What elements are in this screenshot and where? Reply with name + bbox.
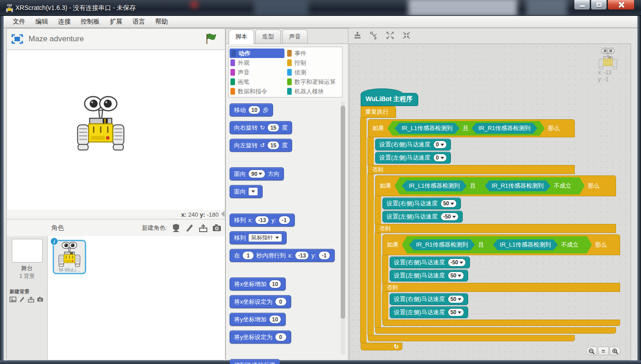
close-button[interactable] bbox=[607, 0, 635, 10]
hat-block-main-program[interactable]: WuLiBot 主程序 bbox=[361, 93, 418, 106]
sensor-ir-l1[interactable]: IR_L1传感器检测到 bbox=[395, 123, 460, 134]
speed-dropdown[interactable]: -50 bbox=[440, 213, 459, 221]
block-set-y[interactable]: 将y坐标设定为0 bbox=[230, 330, 291, 344]
category-looks[interactable]: 外观 bbox=[229, 58, 285, 68]
category-sensing[interactable]: 侦测 bbox=[285, 68, 342, 77]
tab-sounds[interactable]: 声音 bbox=[282, 29, 308, 44]
sensor-ir-r1[interactable]: IR_R1传感器检测到 bbox=[485, 180, 551, 191]
category-robot[interactable]: 机器人模块 bbox=[285, 87, 342, 96]
set-left-motor-block[interactable]: 设置(左侧)马达速度-50 bbox=[382, 211, 463, 223]
palette-scrollbar-thumb[interactable] bbox=[341, 106, 345, 319]
speed-dropdown[interactable]: 0 bbox=[433, 154, 447, 162]
block-point-towards[interactable]: 面向 bbox=[230, 185, 263, 198]
block-goto-xy[interactable]: 移到x:-13y:-1 bbox=[230, 214, 295, 227]
stage-thumbnail[interactable] bbox=[12, 239, 43, 262]
category-events[interactable]: 事件 bbox=[285, 49, 342, 58]
upload-backdrop-icon[interactable] bbox=[28, 296, 34, 303]
block-turn-left[interactable]: 向左旋转↺15度 bbox=[230, 139, 292, 152]
green-flag-button[interactable] bbox=[205, 34, 217, 44]
menu-help[interactable]: 帮助 bbox=[151, 16, 172, 27]
upload-sprite-icon[interactable] bbox=[199, 223, 208, 233]
category-sound[interactable]: 声音 bbox=[229, 68, 285, 77]
block-bounce-on-edge[interactable]: 碰到边缘就反弹 bbox=[230, 359, 280, 364]
if-else-block-3[interactable]: 如果 IR_R1传感器检测到 且 IR_L1传感器检测到 不成立 bbox=[382, 234, 620, 326]
menu-board[interactable]: 控制板 bbox=[76, 16, 104, 27]
speed-dropdown[interactable]: 50 bbox=[440, 199, 457, 208]
block-turn-right[interactable]: 向右旋转↻15度 bbox=[230, 121, 292, 134]
sensor-ir-r1[interactable]: IR_R1传感器检测到 bbox=[409, 239, 475, 250]
not-operator[interactable]: IR_R1传感器检测到 不成立 bbox=[479, 179, 577, 193]
set-right-motor-block[interactable]: 设置(右侧)马达速度50 bbox=[382, 198, 461, 209]
zoom-in-button[interactable] bbox=[610, 347, 621, 355]
set-left-motor-block[interactable]: 设置(左侧)马达速度50 bbox=[390, 270, 468, 281]
zoom-out-button[interactable] bbox=[586, 347, 597, 355]
set-left-motor-block[interactable]: 设置(左侧)马达速度0 bbox=[375, 152, 451, 164]
minimize-button[interactable] bbox=[574, 0, 590, 10]
goto-target-dropdown[interactable]: 鼠标指针 bbox=[248, 233, 282, 242]
camera-backdrop-icon[interactable] bbox=[37, 296, 44, 303]
script-stack[interactable]: WuLiBot 主程序 重复执行 如果 IR_L1传感器检测到 且 IR_R1传… bbox=[361, 87, 620, 350]
app-window: XRScratch(v1.6.3) - 没有连接串口 - 未保存 文件 编辑 连… bbox=[0, 0, 641, 364]
menu-connect[interactable]: 连接 bbox=[54, 16, 75, 27]
set-right-motor-block[interactable]: 设置(右侧)马达速度50 bbox=[390, 293, 468, 305]
stage-sprite-robot[interactable] bbox=[75, 96, 126, 151]
tab-costumes[interactable]: 造型 bbox=[255, 29, 281, 44]
if-else-block-2[interactable]: 如果 IR_L1传感器检测到 且 IR_R1传感器检测到 不成立 bbox=[375, 175, 620, 334]
sensor-ir-r1[interactable]: IR_R1传感器检测到 bbox=[472, 123, 538, 134]
sprite-tile-selected[interactable]: i M-WuLi... bbox=[53, 240, 86, 274]
block-point-direction[interactable]: 面向90方向 bbox=[230, 167, 284, 180]
mouse-x-label: x: bbox=[181, 211, 186, 218]
speed-dropdown[interactable]: 50 bbox=[448, 272, 464, 280]
speed-dropdown[interactable]: 50 bbox=[448, 295, 464, 303]
collapse-stage-arrow[interactable] bbox=[221, 211, 225, 217]
and-operator[interactable]: IR_L1传感器检测到 且 IR_R1传感器检测到 bbox=[387, 121, 545, 136]
zoom-reset-button[interactable]: = bbox=[598, 347, 609, 355]
set-right-motor-block[interactable]: 设置(右侧)马达速度0 bbox=[375, 139, 451, 150]
set-right-motor-block[interactable]: 设置(右侧)马达速度-50 bbox=[390, 257, 470, 268]
and-operator[interactable]: IR_L1传感器检测到 且 IR_R1传感器检测到 不成立 bbox=[395, 177, 585, 194]
menu-file[interactable]: 文件 bbox=[8, 16, 30, 27]
speed-dropdown[interactable]: 50 bbox=[448, 308, 464, 316]
new-sprite-library-icon[interactable] bbox=[171, 223, 181, 233]
fullscreen-icon[interactable] bbox=[11, 34, 23, 44]
palette-blocks: 移动10步 向右旋转↻15度 向左旋转↺15度 面向90方向 面向 移到x:-1… bbox=[226, 98, 348, 360]
block-glide[interactable]: 在1秒内滑行到x:-13y:-1 bbox=[230, 249, 335, 262]
palette-scrollbar[interactable] bbox=[341, 101, 345, 355]
sprite-info-icon[interactable]: i bbox=[50, 238, 58, 245]
tab-scripts[interactable]: 脚本 bbox=[229, 29, 254, 44]
category-control[interactable]: 控制 bbox=[285, 58, 342, 68]
menu-edit[interactable]: 编辑 bbox=[31, 16, 53, 27]
camera-sprite-icon[interactable] bbox=[212, 223, 221, 233]
scissors-tool-icon[interactable] bbox=[369, 31, 378, 40]
maximize-button[interactable] bbox=[591, 0, 607, 10]
grow-tool-icon[interactable] bbox=[386, 31, 395, 40]
paint-backdrop-icon[interactable] bbox=[19, 296, 25, 303]
menu-extensions[interactable]: 扩展 bbox=[105, 16, 127, 27]
stamp-tool-icon[interactable] bbox=[353, 31, 362, 40]
category-operators[interactable]: 数字和逻辑运算 bbox=[285, 77, 342, 87]
block-set-x[interactable]: 将x坐标设定为0 bbox=[230, 295, 291, 308]
if-else-block-1[interactable]: 如果 IR_L1传感器检测到 且 IR_R1传感器检测到 那么 设置(右侧)马达… bbox=[368, 119, 620, 341]
and-operator[interactable]: IR_R1传感器检测到 且 IR_L1传感器检测到 不成立 bbox=[402, 236, 592, 253]
block-change-y[interactable]: 将y坐标增加10 bbox=[230, 313, 286, 326]
not-operator[interactable]: IR_L1传感器检测到 不成立 bbox=[487, 238, 585, 252]
speed-dropdown[interactable]: -50 bbox=[448, 258, 466, 267]
scripts-area[interactable]: x: -13 y: -1 WuLiBot 主程序 重复执行 如果 IR_L1传感… bbox=[349, 44, 631, 360]
sensor-ir-l1[interactable]: IR_L1传感器检测到 bbox=[402, 180, 467, 191]
category-motion[interactable]: 动作 bbox=[230, 49, 284, 58]
sensor-ir-l1[interactable]: IR_L1传感器检测到 bbox=[493, 239, 558, 250]
block-goto-mouse[interactable]: 移到鼠标指针 bbox=[230, 231, 287, 244]
speed-dropdown[interactable]: 0 bbox=[433, 141, 447, 149]
paint-new-sprite-icon[interactable] bbox=[185, 223, 194, 233]
forever-block[interactable]: 重复执行 如果 IR_L1传感器检测到 且 IR_R1传感器检测到 那么 bbox=[361, 106, 620, 350]
block-change-x[interactable]: 将x坐标增加10 bbox=[230, 277, 286, 291]
set-left-motor-block[interactable]: 设置(左侧)马达速度50 bbox=[390, 306, 468, 318]
shrink-tool-icon[interactable] bbox=[402, 31, 411, 40]
backdrop-library-icon[interactable] bbox=[10, 296, 16, 303]
block-move-steps[interactable]: 移动10步 bbox=[230, 103, 273, 116]
menu-language[interactable]: 语言 bbox=[128, 16, 150, 27]
category-data[interactable]: 数据和指令 bbox=[229, 87, 285, 96]
point-towards-dropdown[interactable] bbox=[248, 187, 258, 196]
category-pen[interactable]: 画笔 bbox=[229, 77, 285, 87]
stage-canvas[interactable] bbox=[7, 50, 225, 210]
